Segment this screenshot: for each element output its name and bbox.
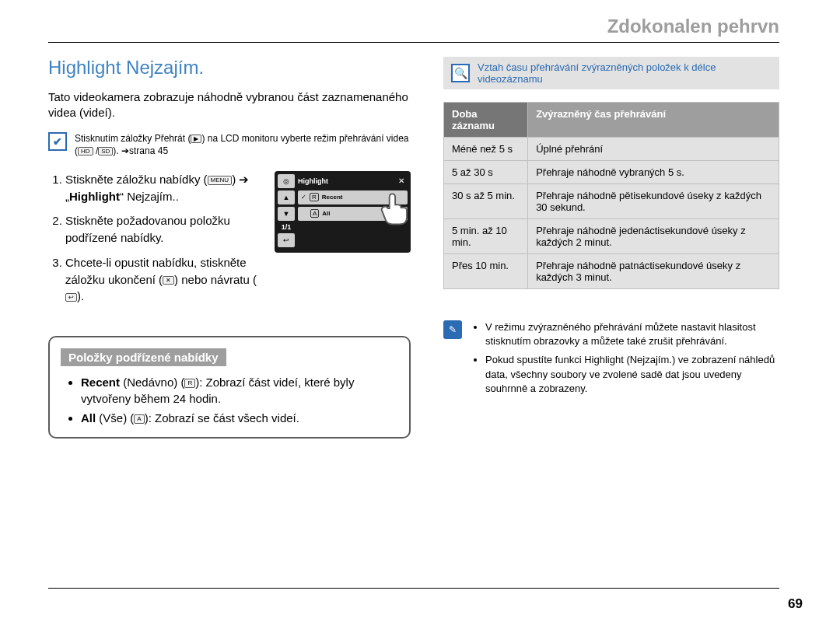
touch-hand-icon: [375, 187, 418, 230]
lcd-loupe-icon: ◎: [278, 174, 295, 188]
step-2: Stiskněte požadovanou položku podřízené …: [65, 212, 264, 246]
relation-text: Vztah času přehrávání zvýrazněných polož…: [478, 61, 772, 85]
table-row: 5 min. až 10 min.Přehraje náhodně jedená…: [444, 219, 779, 254]
page-number: 69: [788, 596, 803, 612]
sd-icon: SD: [98, 147, 113, 156]
play-mode-note: Stisknutím záložky Přehrát (▶) na LCD mo…: [75, 132, 411, 157]
lcd-down-icon: ▼: [278, 207, 295, 221]
lcd-close-icon: ✕: [395, 176, 408, 185]
lcd-title: Highlight: [298, 177, 328, 185]
note-item: Pokud spustíte funkci Highlight (Nejzají…: [485, 353, 779, 396]
page-header: Zdokonalen pehrvn: [48, 16, 779, 43]
relation-bar: 🔍 Vztah času přehrávání zvýrazněných pol…: [443, 57, 779, 89]
step-1: Stiskněte záložku nabídky (MENU) ➔ „High…: [65, 171, 264, 205]
note-item: V režimu zvýrazněného přehrávání můžete …: [485, 320, 779, 348]
submenu-item-recent: Recent (Nedávno) (R): Zobrazí část videí…: [81, 374, 398, 407]
highlight-table: Doba záznamu Zvýrazněný čas přehrávání M…: [443, 102, 779, 289]
lcd-return-icon: ↩: [278, 233, 295, 247]
lcd-page-indicator: 1/1: [278, 223, 295, 231]
submenu-item-all: All (Vše) (A): Zobrazí se část všech vid…: [81, 410, 398, 426]
step-3: Chcete-li opustit nabídku, stiskněte zál…: [65, 254, 264, 305]
menu-icon: MENU: [208, 176, 233, 185]
all-badge-icon: A: [134, 414, 144, 424]
steps-list: Stiskněte záložku nabídky (MENU) ➔ „High…: [48, 171, 264, 313]
table-row: Méně než 5 sÚplné přehrání: [444, 138, 779, 161]
submenu-box: Položky podřízené nabídky Recent (Nedávn…: [48, 336, 411, 439]
note-block: ✎ V režimu zvýrazněného přehrávání můžet…: [443, 320, 779, 400]
th-duration: Doba záznamu: [444, 103, 528, 138]
intro-text: Tato videokamera zobrazuje náhodně vybra…: [48, 89, 411, 121]
close-icon: ✕: [163, 276, 174, 285]
play-icon: ▶: [191, 135, 201, 144]
return-icon: ↩: [65, 293, 77, 302]
submenu-box-title: Položky podřízené nabídky: [61, 348, 226, 366]
magnifier-icon: 🔍: [451, 64, 470, 82]
check-icon: ✔: [48, 132, 67, 151]
table-row: Přes 10 min.Přehraje náhodně patnáctisek…: [444, 254, 779, 289]
section-title: Highlight Nejzajím.: [48, 57, 411, 79]
hd-icon: HD: [78, 147, 93, 156]
th-playtime: Zvýrazněný čas přehrávání: [528, 103, 779, 138]
recent-badge-icon: R: [184, 379, 195, 388]
lcd-up-icon: ▲: [278, 190, 295, 204]
note-icon: ✎: [443, 320, 462, 339]
lcd-screenshot: ◎ Highlight ✕ ▲ ✓ R Recent: [275, 171, 411, 253]
table-row: 5 až 30 sPřehraje náhodně vybraných 5 s.: [444, 161, 779, 184]
table-row: 30 s až 5 min.Přehraje náhodně pětisekun…: [444, 184, 779, 219]
footer-rule: [48, 588, 779, 589]
